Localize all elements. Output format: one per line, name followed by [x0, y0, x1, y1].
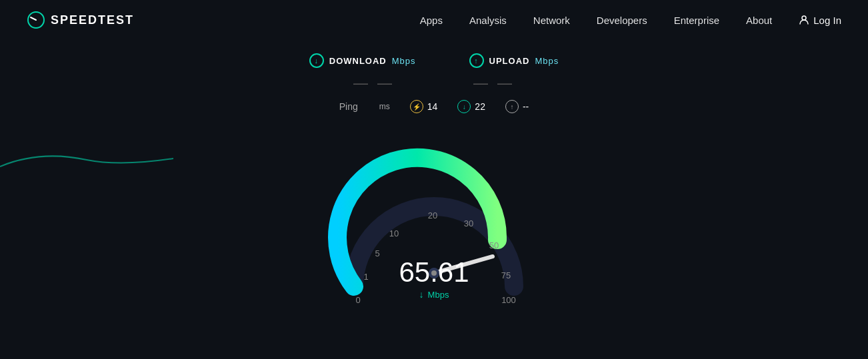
user-icon [799, 15, 809, 25]
svg-text:5: 5 [375, 248, 379, 258]
jitter-value: 14 [427, 101, 438, 112]
ul-stat-value: -- [523, 101, 529, 112]
download-label-text: DOWNLOAD [329, 56, 387, 66]
speed-values: — — — — [341, 75, 527, 92]
svg-text:0: 0 [355, 295, 360, 305]
speed-labels: ↓ DOWNLOAD Mbps ↑ UPLOAD Mbps [309, 53, 559, 68]
svg-text:10: 10 [389, 228, 399, 238]
download-stat: ↓ 22 [457, 100, 485, 113]
nav-item-developers[interactable]: Developers [597, 15, 647, 26]
wave-decoration [0, 147, 173, 173]
nav-item-analysis[interactable]: Analysis [469, 15, 507, 26]
upload-value: — — [461, 75, 527, 92]
ping-label: Ping [339, 101, 358, 112]
ping-row: Ping ms ⚡ 14 ↓ 22 ↑ -- [339, 100, 529, 113]
nav-item-apps[interactable]: Apps [420, 15, 443, 26]
upload-label: ↑ UPLOAD Mbps [469, 53, 559, 68]
login-label: Log In [813, 15, 841, 26]
download-value: — — [341, 75, 407, 92]
nav-item-network[interactable]: Network [533, 15, 570, 26]
upload-label-text: UPLOAD [489, 56, 530, 66]
svg-text:30: 30 [464, 218, 473, 228]
nav-item-about[interactable]: About [746, 15, 772, 26]
speed-readout: 65.61 ↓ Mbps [399, 258, 469, 300]
login-button[interactable]: Log In [799, 15, 841, 26]
upload-unit: Mbps [535, 56, 559, 66]
logo-text: SPEEDTEST [51, 13, 134, 27]
dl-stat-icon: ↓ [457, 100, 471, 113]
speedtest-logo-icon [27, 11, 45, 29]
download-unit: Mbps [392, 56, 416, 66]
download-icon: ↓ [309, 53, 324, 68]
jitter-stat: ⚡ 14 [410, 100, 438, 113]
upload-icon: ↑ [469, 53, 484, 68]
ul-stat-icon: ↑ [505, 100, 519, 113]
nav-item-enterprise[interactable]: Enterprise [674, 15, 719, 26]
speed-gauge: 0 1 5 10 20 30 50 75 100 65.61 [327, 127, 541, 313]
jitter-icon: ⚡ [410, 100, 423, 113]
main-content: ↓ DOWNLOAD Mbps ↑ UPLOAD Mbps — — — — Pi… [0, 40, 868, 313]
ping-unit: ms [379, 102, 390, 111]
svg-text:75: 75 [501, 270, 511, 280]
svg-text:100: 100 [501, 295, 516, 305]
speed-number: 65.61 [399, 258, 469, 286]
svg-text:20: 20 [428, 210, 437, 220]
download-label: ↓ DOWNLOAD Mbps [309, 53, 416, 68]
dl-stat-value: 22 [475, 101, 485, 112]
logo[interactable]: SPEEDTEST [27, 11, 134, 29]
svg-point-1 [802, 16, 806, 20]
speed-unit-icon: ↓ [419, 289, 424, 300]
navbar: SPEEDTEST Apps Analysis Network Develope… [0, 0, 868, 40]
nav-links: Apps Analysis Network Developers Enterpr… [420, 15, 841, 26]
upload-stat: ↑ -- [505, 100, 529, 113]
svg-text:50: 50 [489, 240, 499, 250]
speed-unit-row: ↓ Mbps [399, 289, 469, 300]
svg-text:1: 1 [363, 272, 368, 282]
speed-unit-label: Mbps [428, 290, 449, 300]
